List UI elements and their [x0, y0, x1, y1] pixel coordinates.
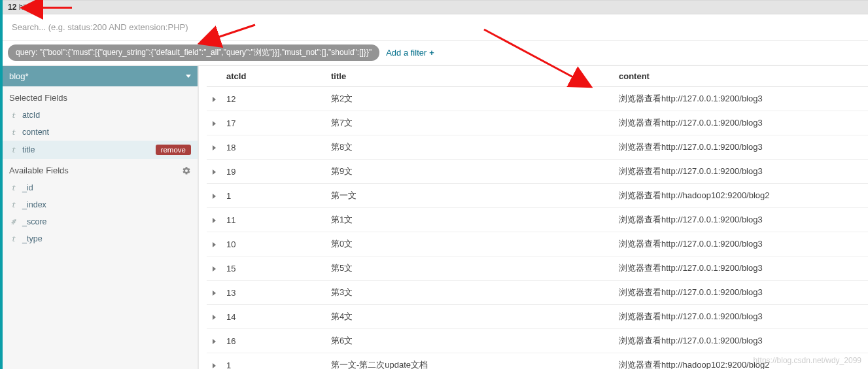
field-type-icon: t	[9, 146, 17, 154]
index-pattern-label: blog*	[9, 71, 29, 81]
field-name-label: _index	[22, 200, 46, 209]
cell-atcid: 16	[221, 329, 326, 353]
col-content-header[interactable]: content	[614, 66, 868, 87]
cell-content: 浏览器查看http://127.0.0.1:9200/blog3	[614, 160, 868, 184]
table-row[interactable]: 18第8文浏览器查看http://127.0.0.1:9200/blog3	[207, 135, 868, 160]
table-row[interactable]: 15第5文浏览器查看http://127.0.0.1:9200/blog3	[207, 256, 868, 281]
expand-row[interactable]	[207, 160, 221, 184]
add-filter-label: Add a filter	[386, 48, 426, 58]
table-row[interactable]: 13第3文浏览器查看http://127.0.0.1:9200/blog3	[207, 281, 868, 305]
table-row[interactable]: 12第2文浏览器查看http://127.0.0.1:9200/blog3	[207, 87, 868, 111]
cell-atcid: 1	[221, 353, 326, 370]
field-type-icon: t	[9, 111, 17, 120]
expand-row[interactable]	[207, 208, 221, 232]
expand-row[interactable]	[207, 281, 221, 305]
expand-row[interactable]	[207, 87, 221, 111]
cell-atcid: 13	[221, 281, 326, 305]
plus-icon: +	[429, 48, 434, 58]
table-row[interactable]: 19第9文浏览器查看http://127.0.0.1:9200/blog3	[207, 160, 868, 184]
selected-field-title[interactable]: t title remove	[3, 141, 198, 159]
chevron-down-icon	[186, 75, 191, 78]
cell-content: 浏览器查看http://127.0.0.1:9200/blog3	[614, 256, 868, 281]
table-row[interactable]: 1第一文浏览器查看http://hadoop102:9200/blog2	[207, 184, 868, 208]
expand-row[interactable]	[207, 111, 221, 135]
caret-right-icon	[213, 169, 216, 175]
expand-row[interactable]	[207, 184, 221, 208]
hits-label: hits	[19, 3, 31, 12]
cell-content: 浏览器查看http://hadoop102:9200/blog2	[614, 184, 868, 208]
caret-right-icon	[213, 242, 216, 247]
table-row[interactable]: 17第7文浏览器查看http://127.0.0.1:9200/blog3	[207, 111, 868, 135]
selected-fields-title: Selected Fields	[3, 86, 198, 107]
cell-title: 第8文	[326, 135, 614, 160]
field-type-icon: t	[9, 128, 17, 137]
caret-right-icon	[213, 194, 216, 199]
caret-right-icon	[213, 363, 216, 368]
available-field-index[interactable]: t _index	[3, 196, 198, 213]
caret-right-icon	[213, 315, 216, 320]
cell-content: 浏览器查看http://127.0.0.1:9200/blog3	[614, 305, 868, 329]
field-name-label: title	[22, 145, 35, 154]
table-row[interactable]: 11第1文浏览器查看http://127.0.0.1:9200/blog3	[207, 208, 868, 232]
cell-content: 浏览器查看http://127.0.0.1:9200/blog3	[614, 329, 868, 353]
index-pattern-select[interactable]: blog*	[3, 66, 198, 86]
available-field-id[interactable]: t _id	[3, 179, 198, 196]
expand-row[interactable]	[207, 232, 221, 256]
caret-right-icon	[213, 339, 216, 344]
table-row[interactable]: 1第一文-第二次update文档浏览器查看http://hadoop102:92…	[207, 353, 868, 370]
results-table: atcId title content 12第2文浏览器查看http://127…	[207, 66, 868, 369]
expand-row[interactable]	[207, 256, 221, 281]
cell-atcid: 15	[221, 256, 326, 281]
field-type-icon: t	[9, 184, 17, 192]
cell-atcid: 18	[221, 135, 326, 160]
available-fields-title-row: Available Fields	[3, 159, 198, 179]
cell-title: 第一文	[326, 184, 614, 208]
selected-field-atcid[interactable]: t atcId	[3, 107, 198, 124]
expand-row[interactable]	[207, 329, 221, 353]
field-name-label: _score	[22, 217, 47, 226]
cell-atcid: 17	[221, 111, 326, 135]
cell-title: 第2文	[326, 87, 614, 111]
cell-atcid: 11	[221, 208, 326, 232]
cell-content: 浏览器查看http://127.0.0.1:9200/blog3	[614, 281, 868, 305]
field-type-icon: t	[9, 201, 17, 209]
cell-atcid: 1	[221, 184, 326, 208]
table-row[interactable]: 14第4文浏览器查看http://127.0.0.1:9200/blog3	[207, 305, 868, 329]
search-row	[3, 14, 868, 41]
available-field-type[interactable]: t _type	[3, 230, 198, 247]
cell-title: 第5文	[326, 256, 614, 281]
hits-count: 12	[8, 3, 16, 12]
hits-bar: 12 hits	[3, 0, 868, 14]
expand-row[interactable]	[207, 305, 221, 329]
col-title-header[interactable]: title	[326, 66, 614, 87]
remove-field-button[interactable]: remove	[156, 145, 191, 155]
add-filter-link[interactable]: Add a filter +	[386, 48, 434, 58]
search-input[interactable]	[8, 19, 863, 35]
col-atcid-header[interactable]: atcId	[221, 66, 326, 87]
expand-row[interactable]	[207, 135, 221, 160]
filter-bar: query: "{"bool":{"must":[{"query_string"…	[3, 41, 868, 65]
caret-right-icon	[213, 218, 216, 223]
cell-content: 浏览器查看http://127.0.0.1:9200/blog3	[614, 111, 868, 135]
field-type-icon: #	[9, 218, 17, 226]
filter-pill-query[interactable]: query: "{"bool":{"must":[{"query_string"…	[8, 44, 379, 61]
cell-title: 第0文	[326, 232, 614, 256]
expand-row[interactable]	[207, 353, 221, 370]
caret-right-icon	[213, 290, 216, 296]
caret-right-icon	[213, 266, 216, 272]
gear-icon[interactable]	[182, 166, 191, 175]
field-name-label: content	[22, 128, 49, 137]
cell-title: 第9文	[326, 160, 614, 184]
cell-title: 第1文	[326, 208, 614, 232]
cell-content: 浏览器查看http://127.0.0.1:9200/blog3	[614, 135, 868, 160]
fields-sidebar: blog* Selected Fields t atcId t content	[3, 66, 199, 369]
cell-content: 浏览器查看http://127.0.0.1:9200/blog3	[614, 87, 868, 111]
table-row[interactable]: 10第0文浏览器查看http://127.0.0.1:9200/blog3	[207, 232, 868, 256]
table-row[interactable]: 16第6文浏览器查看http://127.0.0.1:9200/blog3	[207, 329, 868, 353]
cell-title: 第3文	[326, 281, 614, 305]
available-field-score[interactable]: # _score	[3, 213, 198, 230]
col-expand-header	[207, 66, 221, 87]
selected-field-content[interactable]: t content	[3, 124, 198, 141]
caret-right-icon	[213, 121, 216, 126]
field-type-icon: t	[9, 235, 17, 243]
